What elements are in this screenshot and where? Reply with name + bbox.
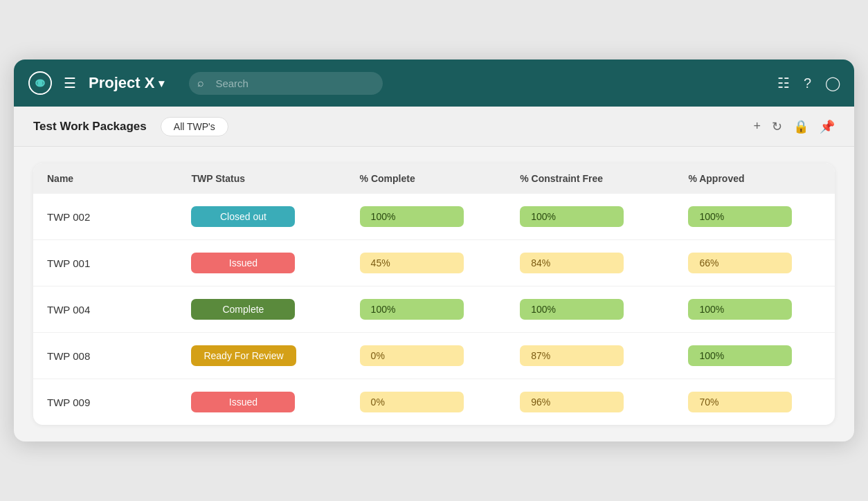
cell-status-0: Closed out	[177, 194, 345, 240]
pct-approved-bar-4: 70%	[688, 392, 792, 412]
subheader: Test Work Packages All TWP's + ↻ 🔒 📌	[14, 107, 854, 147]
col-header-status: TWP Status	[177, 163, 345, 194]
refresh-icon[interactable]: ↻	[772, 119, 782, 134]
cell-complete-1: 45%	[346, 240, 507, 286]
cell-name-3: TWP 008	[33, 333, 177, 379]
cell-status-3: Ready For Review	[177, 333, 345, 379]
table-row[interactable]: TWP 008 Ready For Review 0% 87% 100%	[33, 333, 835, 379]
cell-complete-2: 100%	[346, 286, 507, 333]
header: ☰ Project X ▾ ⌕ ☷ ? ◯	[14, 60, 854, 107]
pct-approved-bar-0: 100%	[688, 206, 792, 227]
table-row[interactable]: TWP 002 Closed out 100% 100% 100%	[33, 194, 835, 240]
twp-table: Name TWP Status % Complete % Constraint …	[33, 163, 835, 425]
status-badge-1: Issued	[191, 253, 295, 273]
cell-complete-0: 100%	[346, 194, 507, 240]
table-row[interactable]: TWP 004 Complete 100% 100% 100%	[33, 286, 835, 333]
col-header-constraint: % Constraint Free	[506, 163, 674, 194]
pct-complete-bar-2: 100%	[360, 299, 464, 320]
hamburger-menu-icon[interactable]: ☰	[64, 75, 76, 91]
pct-approved-bar-3: 100%	[688, 345, 792, 366]
table-row[interactable]: TWP 001 Issued 45% 84% 66%	[33, 240, 835, 286]
user-profile-icon[interactable]: ◯	[825, 75, 840, 91]
pct-approved-bar-1: 66%	[688, 253, 792, 273]
cell-approved-2: 100%	[674, 286, 835, 333]
project-name-label: Project X	[89, 74, 154, 92]
status-badge-4: Issued	[191, 392, 295, 412]
table-body: TWP 002 Closed out 100% 100% 100% TWP 00…	[33, 194, 835, 425]
cell-name-0: TWP 002	[33, 194, 177, 240]
table-wrapper: Name TWP Status % Complete % Constraint …	[33, 163, 835, 425]
pct-constraint-bar-2: 100%	[520, 299, 624, 320]
main-content: Name TWP Status % Complete % Constraint …	[14, 147, 854, 441]
app-window: ☰ Project X ▾ ⌕ ☷ ? ◯ Test Work Packages…	[14, 60, 854, 441]
cell-status-4: Issued	[177, 379, 345, 426]
help-icon[interactable]: ?	[804, 75, 811, 91]
table-header: Name TWP Status % Complete % Constraint …	[33, 163, 835, 194]
project-dropdown-icon[interactable]: ▾	[159, 77, 164, 90]
header-actions: ☷ ? ◯	[777, 75, 840, 91]
table-header-row: Name TWP Status % Complete % Constraint …	[33, 163, 835, 194]
all-twps-tab[interactable]: All TWP's	[161, 117, 228, 136]
pin-icon[interactable]: 📌	[820, 119, 835, 134]
cell-approved-4: 70%	[674, 379, 835, 426]
cell-name-4: TWP 009	[33, 379, 177, 426]
pct-constraint-bar-3: 87%	[520, 345, 624, 366]
cell-constraint-2: 100%	[506, 286, 674, 333]
cell-name-2: TWP 004	[33, 286, 177, 333]
cell-complete-4: 0%	[346, 379, 507, 426]
search-input[interactable]	[189, 72, 383, 95]
cell-constraint-0: 100%	[506, 194, 674, 240]
col-header-approved: % Approved	[674, 163, 835, 194]
col-header-complete: % Complete	[346, 163, 507, 194]
search-icon: ⌕	[197, 77, 204, 89]
svg-point-1	[37, 80, 43, 86]
status-badge-2: Complete	[191, 299, 295, 320]
page-title: Test Work Packages	[33, 120, 147, 134]
pct-approved-bar-2: 100%	[688, 299, 792, 320]
table-row[interactable]: TWP 009 Issued 0% 96% 70%	[33, 379, 835, 426]
pct-complete-bar-0: 100%	[360, 206, 464, 227]
subheader-actions: + ↻ 🔒 📌	[753, 119, 835, 134]
add-icon[interactable]: +	[753, 119, 761, 134]
cell-constraint-4: 96%	[506, 379, 674, 426]
cell-constraint-1: 84%	[506, 240, 674, 286]
lock-icon[interactable]: 🔒	[793, 119, 808, 134]
project-title: Project X ▾	[89, 74, 164, 92]
cell-constraint-3: 87%	[506, 333, 674, 379]
col-header-name: Name	[33, 163, 177, 194]
pct-complete-bar-1: 45%	[360, 253, 464, 273]
cell-status-2: Complete	[177, 286, 345, 333]
list-view-icon[interactable]: ☷	[777, 75, 790, 91]
pct-complete-bar-3: 0%	[360, 345, 464, 366]
cell-name-1: TWP 001	[33, 240, 177, 286]
pct-constraint-bar-1: 84%	[520, 253, 624, 273]
status-badge-0: Closed out	[191, 206, 295, 227]
cell-approved-3: 100%	[674, 333, 835, 379]
app-logo	[28, 71, 53, 95]
cell-status-1: Issued	[177, 240, 345, 286]
status-badge-3: Ready For Review	[191, 345, 296, 366]
pct-constraint-bar-0: 100%	[520, 206, 624, 227]
cell-approved-1: 66%	[674, 240, 835, 286]
pct-constraint-bar-4: 96%	[520, 392, 624, 412]
pct-complete-bar-4: 0%	[360, 392, 464, 412]
search-container: ⌕	[189, 72, 383, 95]
cell-complete-3: 0%	[346, 333, 507, 379]
cell-approved-0: 100%	[674, 194, 835, 240]
